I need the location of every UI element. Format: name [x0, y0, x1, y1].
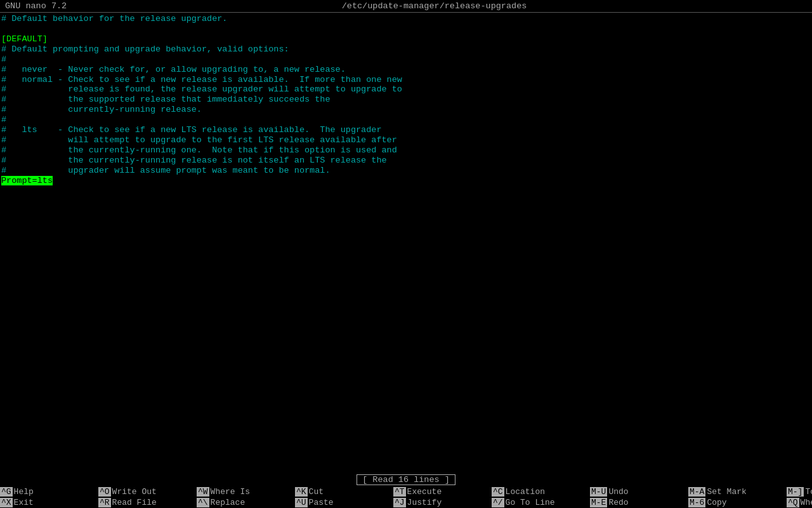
shortcut-label: Exit	[14, 498, 34, 507]
file-path: /etc/update-manager/release-upgrades	[342, 1, 527, 11]
editor-line: #	[0, 55, 812, 65]
shortcut-label: Go To Line	[506, 498, 555, 507]
app-name: GNU nano 7.2	[5, 1, 67, 11]
shortcut-key: M-A	[688, 487, 705, 497]
shortcut-key: ^G	[0, 487, 13, 497]
editor-line: # never - Never check for, or allow upgr…	[0, 65, 812, 75]
editor-line: # Default behavior for the release upgra…	[0, 14, 812, 24]
shortcut-key: ^X	[0, 498, 13, 507]
editor-line: # release is found, the release upgrader…	[0, 84, 812, 95]
shortcut-item[interactable]: ^CLocation	[492, 487, 590, 497]
shortcut-key: ^W	[197, 487, 209, 497]
shortcut-label: Paste	[309, 498, 334, 507]
shortcut-label: Set Mark	[707, 487, 746, 497]
shortcut-item[interactable]: ^TExecute	[393, 487, 492, 497]
shortcut-item[interactable]: ^XExit	[0, 498, 98, 507]
editor-line: # upgrader will assume prompt was meant …	[0, 166, 812, 176]
shortcut-bar-2: ^XExit^RRead File^\Replace^UPaste^JJusti…	[0, 497, 812, 508]
editor-line: # the currently-running release is not i…	[0, 156, 812, 166]
shortcut-item[interactable]: M-ASet Mark	[688, 487, 787, 497]
shortcut-item[interactable]: M-ERedo	[590, 498, 688, 507]
shortcut-item[interactable]: ^/Go To Line	[492, 498, 590, 507]
title-right	[802, 1, 807, 11]
shortcut-key: ^K	[295, 487, 308, 497]
editor-line: # normal - Check to see if a new release…	[0, 75, 812, 85]
editor-area[interactable]: # Default behavior for the release upgra…	[0, 13, 812, 473]
shortcut-key: ^\	[197, 498, 209, 507]
editor-line: # the currently-running one. Note that i…	[0, 145, 812, 156]
shortcut-item[interactable]: ^\Replace	[197, 498, 295, 507]
editor-line: #	[0, 115, 812, 125]
shortcut-key: ^/	[492, 498, 504, 507]
shortcut-label: Write Out	[112, 487, 157, 497]
status-bar: [ Read 16 lines ]	[0, 473, 812, 486]
shortcut-item[interactable]: ^KCut	[295, 487, 393, 497]
editor-line: # currently-running release.	[0, 105, 812, 115]
status-message: [ Read 16 lines ]	[357, 474, 455, 485]
shortcut-item[interactable]: ^WWhere Is	[197, 487, 295, 497]
shortcut-item[interactable]: M-UUndo	[590, 487, 688, 497]
shortcut-label: Replace	[211, 498, 246, 507]
shortcut-item[interactable]: ^UPaste	[295, 498, 393, 507]
shortcut-key: ^U	[295, 498, 308, 507]
shortcut-label: Redo	[608, 498, 628, 507]
shortcut-item[interactable]: ^RRead File	[98, 498, 197, 507]
shortcut-item[interactable]: M-6Copy	[688, 498, 787, 507]
shortcut-label: Copy	[707, 498, 726, 507]
editor-line	[0, 24, 812, 34]
shortcut-key: M-6	[688, 498, 705, 507]
shortcut-item[interactable]: ^JJustify	[393, 498, 492, 507]
editor-line: Prompt=lts	[0, 176, 812, 186]
editor-line: # the supported release that immediately…	[0, 95, 812, 105]
shortcut-key: M-]	[787, 487, 804, 497]
shortcut-item[interactable]: ^QWhere Was	[787, 498, 812, 507]
cursor: Prompt=lts	[1, 176, 53, 185]
shortcut-key: ^R	[98, 498, 111, 507]
shortcut-label: Justify	[407, 498, 442, 507]
shortcut-key: ^O	[98, 487, 111, 497]
shortcut-label: To Bracket	[805, 487, 812, 497]
editor-line: # lts - Check to see if a new LTS releas…	[0, 125, 812, 135]
editor-line: [DEFAULT]	[0, 34, 812, 44]
shortcut-item[interactable]: ^GHelp	[0, 487, 98, 497]
shortcut-label: Location	[506, 487, 545, 497]
shortcut-key: M-U	[590, 487, 607, 497]
shortcut-label: Read File	[112, 498, 157, 507]
editor-line: # will attempt to upgrade to the first L…	[0, 135, 812, 145]
shortcut-key: ^Q	[787, 498, 799, 507]
shortcut-label: Help	[14, 487, 34, 497]
shortcut-label: Undo	[608, 487, 628, 497]
shortcut-key: ^C	[492, 487, 504, 497]
shortcut-key: M-E	[590, 498, 607, 507]
shortcut-label: Where Was	[801, 498, 812, 507]
shortcut-label: Execute	[407, 487, 442, 497]
shortcut-item[interactable]: ^OWrite Out	[98, 487, 197, 497]
shortcut-key: ^J	[393, 498, 406, 507]
title-bar: GNU nano 7.2 /etc/update-manager/release…	[0, 0, 812, 13]
editor-line: # Default prompting and upgrade behavior…	[0, 44, 812, 55]
shortcut-key: ^T	[393, 487, 406, 497]
shortcut-label: Where Is	[211, 487, 250, 497]
shortcut-item[interactable]: M-]To Bracket	[787, 487, 812, 497]
shortcut-bar-1: ^GHelp^OWrite Out^WWhere Is^KCut^TExecut…	[0, 486, 812, 497]
shortcut-label: Cut	[309, 487, 324, 497]
